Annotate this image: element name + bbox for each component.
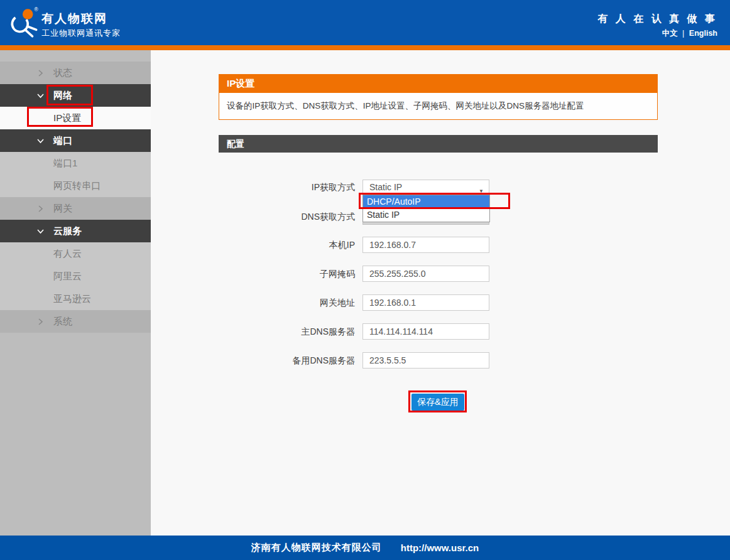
dns2-label: 备用DNS服务器 bbox=[151, 355, 355, 367]
netmask-input[interactable] bbox=[362, 266, 489, 282]
footer-company: 济南有人物联网技术有限公司 bbox=[251, 542, 382, 554]
sidebar-item-status[interactable]: 状态 bbox=[0, 62, 151, 84]
sidebar-item-label: 阿里云 bbox=[53, 271, 82, 283]
lang-chinese-link[interactable]: 中文 bbox=[662, 29, 678, 38]
dropdown-option-static[interactable]: Static IP bbox=[363, 208, 489, 222]
local-ip-input[interactable] bbox=[362, 237, 489, 253]
brand-name: 有人物联网 bbox=[41, 11, 107, 27]
main-content: IP设置 设备的IP获取方式、DNS获取方式、IP地址设置、子网掩码、网关地址以… bbox=[151, 50, 730, 536]
brand-slogan: 工业物联网通讯专家 bbox=[41, 28, 121, 39]
svg-text:®: ® bbox=[35, 6, 38, 13]
dns1-label: 主DNS服务器 bbox=[151, 326, 355, 338]
sidebar-item-ali-cloud[interactable]: 阿里云 bbox=[0, 265, 151, 288]
sidebar-item-label: IP设置 bbox=[53, 112, 81, 124]
ip-mode-selected-value: Static IP bbox=[369, 182, 402, 192]
sidebar-item-port[interactable]: 端口 bbox=[0, 129, 151, 152]
sidebar-item-ip-settings[interactable]: IP设置 bbox=[0, 107, 151, 129]
sidebar-item-usr-cloud[interactable]: 有人云 bbox=[0, 242, 151, 265]
sidebar-item-web-to-serial[interactable]: 网页转串口 bbox=[0, 175, 151, 197]
sidebar-item-label: 网页转串口 bbox=[53, 180, 101, 192]
dns2-input[interactable] bbox=[362, 352, 489, 369]
dropdown-option-dhcp[interactable]: DHCP/AutoIP bbox=[363, 195, 489, 208]
header-motto: 有 人 在 认 真 做 事 bbox=[597, 13, 717, 26]
dns-mode-label: DNS获取方式 bbox=[151, 212, 355, 223]
sidebar-item-label: 网关 bbox=[53, 203, 72, 215]
sidebar-item-cloud-service[interactable]: 云服务 bbox=[0, 220, 151, 242]
chevron-right-icon bbox=[36, 205, 45, 213]
netmask-label: 子网掩码 bbox=[151, 269, 355, 280]
lang-divider: | bbox=[682, 29, 684, 38]
page-description: 设备的IP获取方式、DNS获取方式、IP地址设置、子网掩码、网关地址以及DNS服… bbox=[219, 92, 658, 120]
chevron-down-icon bbox=[36, 227, 45, 235]
sidebar-item-port1[interactable]: 端口1 bbox=[0, 152, 151, 175]
header: ® 有人物联网 工业物联网通讯专家 有 人 在 认 真 做 事 中文 | Eng… bbox=[0, 0, 730, 45]
lang-english-link[interactable]: English bbox=[689, 29, 717, 38]
dns1-input[interactable] bbox=[362, 323, 489, 340]
sidebar-item-label: 状态 bbox=[53, 67, 72, 79]
sidebar-nav: 状态 网络 IP设置 端口 端口1 网页转串口 网关 bbox=[0, 50, 151, 536]
page: ® 有人物联网 工业物联网通讯专家 有 人 在 认 真 做 事 中文 | Eng… bbox=[0, 0, 730, 560]
gateway-label: 网关地址 bbox=[151, 298, 355, 309]
chevron-right-icon bbox=[36, 318, 45, 326]
sidebar-item-amazon-cloud[interactable]: 亚马逊云 bbox=[0, 288, 151, 310]
ip-mode-select[interactable]: Static IP ▼ bbox=[362, 180, 489, 195]
sidebar-item-label: 系统 bbox=[53, 316, 72, 328]
config-section-title: 配置 bbox=[219, 135, 658, 153]
ip-mode-label: IP获取方式 bbox=[151, 182, 355, 193]
footer: 济南有人物联网技术有限公司 http://www.usr.cn bbox=[0, 536, 730, 560]
sidebar-item-gateway[interactable]: 网关 bbox=[0, 197, 151, 220]
page-title: IP设置 bbox=[219, 74, 658, 92]
sidebar-item-label: 网络 bbox=[53, 90, 72, 102]
chevron-down-icon bbox=[36, 92, 45, 100]
sidebar-item-label: 有人云 bbox=[53, 248, 82, 260]
chevron-right-icon bbox=[36, 69, 45, 77]
language-switcher: 中文 | English bbox=[662, 28, 717, 39]
sidebar-item-label: 端口1 bbox=[53, 158, 77, 170]
local-ip-label: 本机IP bbox=[151, 240, 355, 251]
sidebar-item-system[interactable]: 系统 bbox=[0, 310, 151, 333]
ip-mode-dropdown-list: DHCP/AutoIP Static IP bbox=[362, 195, 490, 222]
sidebar-item-label: 亚马逊云 bbox=[53, 293, 91, 305]
save-apply-button[interactable]: 保存&应用 bbox=[411, 394, 464, 411]
sidebar-item-label: 云服务 bbox=[53, 225, 82, 237]
chevron-down-icon bbox=[36, 137, 45, 145]
sidebar-item-label: 端口 bbox=[53, 135, 72, 147]
sidebar-item-network[interactable]: 网络 bbox=[0, 84, 151, 107]
usr-logo-icon: ® bbox=[6, 5, 41, 40]
accent-strip bbox=[0, 45, 730, 50]
gateway-input[interactable] bbox=[362, 294, 489, 311]
footer-url-link[interactable]: http://www.usr.cn bbox=[401, 542, 479, 553]
